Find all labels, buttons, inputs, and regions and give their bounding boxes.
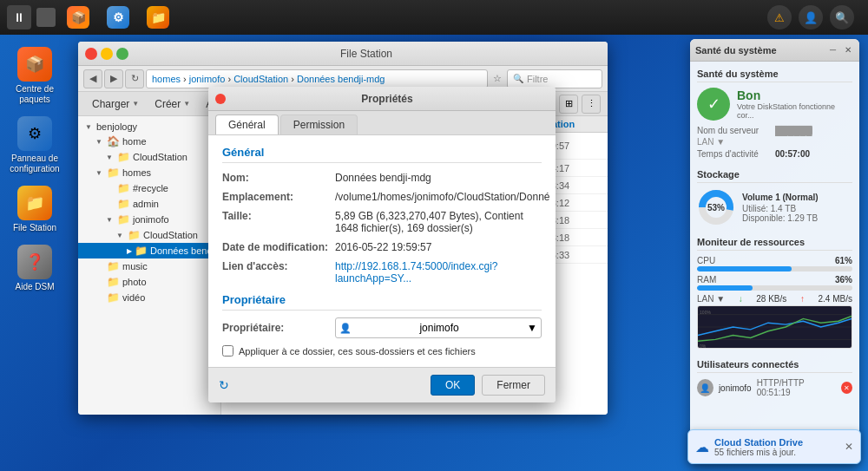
tree-sidebar: ▼ benjology ▼ 🏠 home ▼ 📁 CloudStation ▼ … [78,116,221,415]
ok-button[interactable]: OK [431,375,475,396]
tree-root-label: benjology [96,121,137,132]
refresh-button[interactable]: ↻ [125,69,144,88]
user-name-0: jonimofo [719,383,752,393]
address-part-jonimofo[interactable]: jonimofo [189,74,226,84]
health-row: ✓ Bon Votre DiskStation fonctionne cor..… [697,88,852,121]
tree-video[interactable]: 📁 vidéo [78,290,220,305]
ram-bar-fill [697,285,753,291]
tree-root[interactable]: ▼ benjology [78,120,220,134]
tree-admin-icon: 📁 [117,198,130,210]
tree-donnees[interactable]: ▶ 📁 Données bendji-mdg [78,243,220,258]
tree-cloudstation2-arrow: ▼ [116,232,125,239]
prop-value-link[interactable]: http://192.168.1.74:5000/index.cgi?launc… [335,260,542,285]
tree-cloudstation2-label: CloudStation [143,230,198,240]
desktop-icon-dsm-help[interactable]: ❓ Aide DSM [4,241,65,296]
tab-permission[interactable]: Permission [280,114,358,134]
cancel-button[interactable]: Fermer [482,375,545,396]
taskbar-app-control-panel[interactable]: ⚙ [101,2,135,33]
taskbar-app-file-station[interactable]: 📁 [141,2,175,33]
prop-row-name: Nom: Données bendji-mdg [222,172,542,184]
window-minimize-button[interactable] [101,48,113,60]
detail-view-button[interactable]: ⊞ [559,95,578,114]
window-maximize-button[interactable] [116,48,128,60]
owner-row: Propriétaire: 👤 jonimofo ▼ [222,317,542,338]
menu-charger[interactable]: Charger ▼ [85,95,146,113]
server-lan-label[interactable]: LAN ▼ [697,137,852,147]
search-box[interactable]: 🔍 Filtre [507,69,602,88]
lan-down-icon: ↓ [739,294,743,304]
tree-cloudstation1[interactable]: ▼ 📁 CloudStation [78,149,220,165]
cpu-label: CPU [697,256,715,265]
widget-button[interactable] [36,8,56,27]
prop-label-name: Nom: [222,172,335,184]
user-disconnect-0[interactable]: ✕ [841,382,852,394]
prop-label-link: Lien d'accès: [222,260,335,285]
owner-user-icon: 👤 [339,323,352,334]
mini-chart: 100% 0% [697,305,852,349]
tree-photo[interactable]: 📁 photo [78,274,220,290]
tree-home-arrow: ▼ [95,138,104,146]
ram-label-row: RAM 36% [697,275,852,285]
tree-music-label: music [122,261,148,271]
pause-button[interactable]: ⏸ [7,5,31,29]
tree-root-arrow: ▼ [85,123,94,131]
tree-jonimofo[interactable]: ▼ 📁 jonimofo [78,212,220,227]
tree-admin[interactable]: 📁 admin [78,196,220,212]
tab-general[interactable]: Général [215,114,279,134]
cloud-close-button[interactable]: ✕ [845,441,853,453]
lan-label[interactable]: LAN ▼ [697,294,725,304]
search-icon: 🔍 [513,74,523,83]
tree-homes[interactable]: ▼ 📁 homes [78,165,220,180]
user-info-0: HTTP/HTTP 00:51:19 [757,378,836,397]
address-part-cloudstation[interactable]: CloudStation [233,74,288,84]
taskbar-app-packages[interactable]: 📦 [61,2,95,33]
tree-home[interactable]: ▼ 🏠 home [78,134,220,149]
tree-music[interactable]: 📁 music [78,258,220,274]
search-placeholder: Filtre [527,74,548,84]
panel-min-button[interactable]: ─ [827,44,838,56]
storage-donut: 53% [697,188,735,226]
tree-recycle-label: #recycle [133,183,168,193]
resource-title: Moniteur de ressources [697,237,852,251]
prop-row-size: Taille: 5,89 GB (6,323,270,407 Bytes), C… [222,210,542,234]
desktop-icon-file-station[interactable]: 📁 File Station [4,182,65,237]
back-button[interactable]: ◀ [83,69,102,88]
dialog-close-button[interactable] [215,94,226,104]
forward-button[interactable]: ▶ [104,69,123,88]
server-name-value: ██████ [775,126,812,135]
window-close-button[interactable] [85,48,97,60]
panel-close-button[interactable]: ✕ [842,44,854,56]
tree-cloudstation2-icon: 📁 [128,229,141,241]
storage-avail: Disponible: 1.29 TB [742,213,852,223]
address-part-homes[interactable]: homes [152,74,181,84]
menu-charger-label: Charger [92,98,129,110]
tree-cloudstation2[interactable]: ▼ 📁 CloudStation [78,227,220,243]
apply-checkbox[interactable] [222,345,233,357]
address-part-donnees[interactable]: Données bendji-mdg [297,74,385,84]
dialog-content: Général Nom: Données bendji-mdg Emplacem… [208,135,556,367]
lan-row: LAN ▼ ↓ 28 KB/s ↑ 2.4 MB/s [697,294,852,304]
users-section: Utilisateurs connectés 👤 jonimofo HTTP/H… [697,359,852,397]
window-title: File Station [132,48,601,60]
more-view-button[interactable]: ⋮ [582,95,601,114]
tree-photo-icon: 📁 [107,276,120,288]
desktop-icon-packages[interactable]: 📦 Centre de paquets [4,43,65,108]
star-button[interactable]: ☆ [490,73,505,84]
desktop-icon-control-panel[interactable]: ⚙ Panneau de configuration [4,113,65,178]
notification-icon[interactable]: ⚠ [767,5,792,29]
owner-label: Propriétaire: [222,322,335,334]
menu-creer[interactable]: Créer ▼ [148,95,197,113]
address-bar[interactable]: homes › jonimofo › CloudStation › Donnée… [146,69,488,88]
search-icon[interactable]: 🔍 [830,5,854,29]
footer-refresh-icon[interactable]: ↻ [219,378,229,392]
cloud-subtitle: 55 fichiers mis à jour. [714,448,839,457]
desktop-icon-control-panel-label: Panneau de configuration [8,154,62,174]
owner-select[interactable]: 👤 jonimofo ▼ [335,317,542,338]
dialog-footer: ↻ OK Fermer [208,367,556,402]
tree-music-icon: 📁 [107,260,120,272]
tree-cloudstation1-icon: 📁 [117,151,130,163]
user-icon[interactable]: 👤 [799,5,823,29]
cpu-row: CPU 61% [697,256,852,271]
tree-recycle[interactable]: 📁 #recycle [78,180,220,196]
svg-text:100%: 100% [700,311,712,315]
